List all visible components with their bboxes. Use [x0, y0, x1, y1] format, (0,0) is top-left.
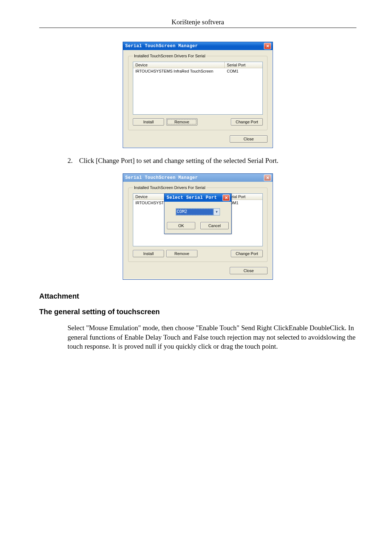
screenshot-2: Serial TouchScreen Manager ✕ Installed T…: [39, 173, 356, 280]
column-serial-port[interactable]: Serial Port: [225, 62, 262, 68]
change-port-button[interactable]: Change Port: [231, 118, 263, 126]
dialog-body: Installed TouchScreen Drivers For Serial…: [123, 182, 273, 279]
groupbox-legend: Installed TouchScreen Drivers For Serial: [133, 54, 207, 58]
titlebar-label: Serial TouchScreen Manager: [125, 44, 198, 49]
install-button[interactable]: Install: [133, 118, 164, 126]
listview-header: Device Serial Port: [133, 62, 262, 68]
mini-titlebar-label: Select Serial Port: [167, 195, 217, 200]
mini-titlebar: Select Serial Port ✕: [164, 194, 231, 202]
remove-button[interactable]: Remove: [166, 250, 197, 257]
ok-button[interactable]: OK: [167, 222, 195, 229]
cell-port: COM1: [225, 68, 262, 74]
close-icon[interactable]: ✕: [264, 175, 271, 181]
combo-value: COM2: [176, 209, 213, 215]
drivers-groupbox: Installed TouchScreen Drivers For Serial…: [128, 185, 268, 262]
mini-body: COM2 ▼ OK Cancel: [164, 202, 231, 234]
dialog-footer: Close: [128, 262, 268, 274]
serial-port-select[interactable]: COM2 ▼: [176, 208, 220, 216]
screenshot-1: Serial TouchScreen Manager ✕ Installed T…: [39, 42, 356, 148]
cancel-button[interactable]: Cancel: [200, 222, 229, 229]
cell-device: IRTOUCHSYSTEMS InfraRed TouchScreen: [133, 68, 225, 74]
drivers-listview[interactable]: Device Serial Port IRTOUCHSYSTEMS InfraR…: [133, 62, 263, 115]
listview-container: Device Serial Port IRTOUCHSYSTE COM1: [133, 193, 263, 246]
titlebar: Serial TouchScreen Manager ✕: [123, 42, 273, 50]
groupbox-legend: Installed TouchScreen Drivers For Serial: [133, 185, 207, 190]
header-divider: [39, 28, 356, 28]
groupbox-buttons: Install Remove Change Port: [133, 250, 263, 257]
heading-attachment: Attachment: [39, 292, 356, 300]
document-page: Korištenje softvera Serial TouchScreen M…: [0, 0, 392, 554]
numbered-step: 2. Click [Change Port] to set and change…: [68, 157, 356, 165]
mini-buttons: OK Cancel: [170, 222, 226, 229]
close-icon[interactable]: ✕: [264, 43, 271, 49]
titlebar-label: Serial TouchScreen Manager: [125, 175, 198, 180]
select-serial-port-dialog: Select Serial Port ✕ COM2 ▼ OK: [164, 193, 232, 234]
blank-space: [39, 351, 356, 554]
serial-manager-dialog: Serial TouchScreen Manager ✕ Installed T…: [123, 42, 273, 148]
drivers-groupbox: Installed TouchScreen Drivers For Serial…: [128, 54, 268, 130]
listview-row[interactable]: IRTOUCHSYSTEMS InfraRed TouchScreen COM1: [133, 68, 262, 74]
dialog-body: Installed TouchScreen Drivers For Serial…: [123, 50, 273, 148]
body-paragraph: Select "Mouse Emulation" mode, then choo…: [68, 323, 356, 351]
close-icon[interactable]: ✕: [222, 194, 230, 201]
step-number: 2.: [68, 157, 79, 165]
serial-manager-dialog-2: Serial TouchScreen Manager ✕ Installed T…: [123, 173, 273, 280]
dialog-footer: Close: [128, 130, 268, 143]
close-button[interactable]: Close: [230, 267, 268, 274]
column-device[interactable]: Device: [133, 62, 225, 68]
step-text: Click [Change Port] to set and change se…: [79, 157, 278, 165]
titlebar-inactive: Serial TouchScreen Manager ✕: [123, 174, 273, 182]
page-header: Korištenje softvera: [39, 18, 356, 26]
left-buttons: Install Remove: [133, 118, 197, 126]
remove-button[interactable]: Remove: [166, 118, 197, 126]
groupbox-buttons: Install Remove Change Port: [133, 118, 263, 126]
heading-general-setting: The general setting of touchscreen: [39, 308, 356, 316]
install-button[interactable]: Install: [133, 250, 164, 257]
left-buttons: Install Remove: [133, 250, 197, 257]
change-port-button[interactable]: Change Port: [231, 250, 263, 257]
close-button[interactable]: Close: [230, 135, 268, 143]
chevron-down-icon[interactable]: ▼: [213, 209, 220, 215]
